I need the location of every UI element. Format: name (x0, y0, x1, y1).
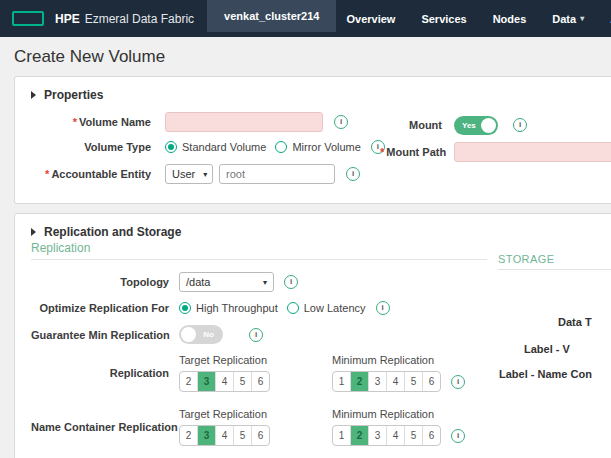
guarantee-min-replication-toggle[interactable]: No (179, 325, 223, 344)
target-replication-picker: 23456 (179, 371, 270, 392)
accountable-entity-input[interactable] (219, 164, 335, 184)
replication-value-5[interactable]: 5 (233, 426, 251, 445)
info-icon[interactable]: i (451, 375, 465, 389)
optimize-replication-label: Optimize Replication For (31, 302, 169, 314)
info-icon[interactable]: i (376, 301, 390, 315)
replication-value-2[interactable]: 2 (350, 426, 368, 445)
caret-down-icon: ▾ (203, 170, 207, 179)
volume-type-label: Volume Type (31, 141, 151, 153)
nav-item-services[interactable]: Services (421, 13, 466, 25)
toggle-knob (481, 118, 496, 133)
info-icon[interactable]: i (249, 328, 263, 342)
nc-minimum-replication-picker: 123456 (332, 425, 441, 446)
accountable-entity-label: Accountable Entity (51, 168, 151, 180)
info-icon[interactable]: i (334, 115, 348, 129)
info-icon[interactable]: i (346, 167, 360, 181)
required-asterisk: * (380, 146, 384, 158)
storage-data-tier-label: Data T (558, 316, 592, 328)
replication-column: Replication Topology /data ▾ i Optimize … (31, 241, 487, 446)
guarantee-min-replication-label: Guarantee Min Replication (31, 329, 169, 341)
replication-label: Replication (31, 367, 169, 379)
replication-value-3[interactable]: 3 (368, 426, 386, 445)
radio-mirror-volume[interactable] (275, 141, 287, 153)
radio-mirror-volume-label: Mirror Volume (292, 141, 360, 153)
target-replication-group: Target Replication 23456 (179, 354, 270, 392)
radio-high-throughput[interactable] (179, 302, 191, 314)
radio-low-latency[interactable] (287, 302, 299, 314)
replication-value-2[interactable]: 2 (350, 372, 368, 391)
replication-value-3[interactable]: 3 (197, 372, 215, 391)
nav-item-overview[interactable]: Overview (346, 13, 395, 25)
nav-item-nodes[interactable]: Nodes (493, 13, 527, 25)
mount-toggle[interactable]: Yes (454, 116, 498, 135)
mount-label: Mount (380, 119, 442, 131)
storage-label-volume-label: Label - V (524, 343, 570, 355)
accountable-entity-type-select[interactable]: User ▾ (165, 164, 213, 184)
info-icon[interactable]: i (513, 118, 527, 132)
properties-section-header[interactable]: Properties (15, 77, 611, 102)
required-asterisk: * (73, 116, 77, 128)
target-replication-caption: Target Replication (179, 354, 270, 366)
brand-hpe: HPE (55, 12, 80, 26)
target-replication-caption: Target Replication (179, 408, 270, 420)
page-title: Create New Volume (0, 37, 611, 76)
replication-column-header: Replication (31, 241, 487, 260)
storage-column: STORAGE Data T Label - V Label - Name Co… (498, 253, 611, 282)
minimum-replication-group: Minimum Replication 123456 i (332, 354, 465, 392)
topology-select[interactable]: /data ▾ (179, 272, 274, 292)
replication-value-5[interactable]: 5 (404, 426, 422, 445)
replication-storage-section-header[interactable]: Replication and Storage (15, 214, 611, 239)
replication-value-1[interactable]: 1 (333, 372, 350, 391)
caret-down-icon: ▾ (580, 14, 584, 23)
replication-value-3[interactable]: 3 (368, 372, 386, 391)
replication-value-6[interactable]: 6 (251, 372, 269, 391)
radio-high-throughput-label: High Throughput (196, 302, 278, 314)
cluster-tab[interactable]: venkat_cluster214 (207, 0, 336, 32)
storage-column-header: STORAGE (498, 253, 611, 270)
replication-value-4[interactable]: 4 (215, 426, 233, 445)
replication-storage-card: Replication and Storage Replication Topo… (14, 213, 611, 458)
top-nav: HPE Ezmeral Data Fabric venkat_cluster21… (0, 0, 611, 37)
target-replication-group: Target Replication 23456 (179, 408, 270, 446)
info-icon[interactable]: i (451, 429, 465, 443)
replication-value-1[interactable]: 1 (333, 426, 350, 445)
brand-product: Ezmeral Data Fabric (85, 12, 194, 26)
radio-low-latency-label: Low Latency (304, 302, 366, 314)
replication-value-5[interactable]: 5 (233, 372, 251, 391)
minimum-replication-group: Minimum Replication 123456 i (332, 408, 465, 446)
properties-card: Properties *Volume Name i Volume Type St… (14, 76, 611, 204)
replication-value-6[interactable]: 6 (422, 372, 440, 391)
replication-value-4[interactable]: 4 (386, 372, 404, 391)
info-icon[interactable]: i (284, 275, 298, 289)
caret-down-icon: ▾ (263, 278, 267, 287)
replication-value-2[interactable]: 2 (180, 426, 197, 445)
mount-path-input[interactable] (454, 142, 611, 162)
mount-row: Mount Yes i (380, 114, 611, 136)
minimum-replication-caption: Minimum Replication (332, 408, 465, 420)
hpe-logo-icon (12, 11, 44, 26)
replication-value-5[interactable]: 5 (404, 372, 422, 391)
storage-label-name-container-label: Label - Name Con (499, 368, 592, 380)
brand: HPE Ezmeral Data Fabric (55, 12, 194, 26)
volume-name-input[interactable] (165, 112, 323, 132)
mount-path-label: Mount Path (386, 146, 446, 158)
nav-item-data[interactable]: Data▾ (552, 13, 584, 25)
replication-value-2[interactable]: 2 (180, 372, 197, 391)
guarantee-min-replication-row: Guarantee Min Replication No i (31, 325, 487, 344)
radio-standard-volume-label: Standard Volume (182, 141, 266, 153)
replication-picker-row: Replication Target Replication 23456 Min… (31, 354, 487, 392)
radio-standard-volume[interactable] (165, 141, 177, 153)
replication-value-3[interactable]: 3 (197, 426, 215, 445)
properties-right-column: Mount Yes i *Mount Path (380, 114, 611, 169)
replication-value-4[interactable]: 4 (386, 426, 404, 445)
minimum-replication-caption: Minimum Replication (332, 354, 465, 366)
replication-value-6[interactable]: 6 (251, 426, 269, 445)
name-container-replication-label: Name Container Replication (31, 421, 169, 433)
toggle-knob (181, 327, 196, 342)
required-asterisk: * (45, 168, 49, 180)
topology-row: Topology /data ▾ i (31, 272, 487, 292)
optimize-replication-row: Optimize Replication For High Throughput… (31, 300, 487, 316)
replication-value-4[interactable]: 4 (215, 372, 233, 391)
topology-label: Topology (31, 276, 169, 288)
replication-value-6[interactable]: 6 (422, 426, 440, 445)
